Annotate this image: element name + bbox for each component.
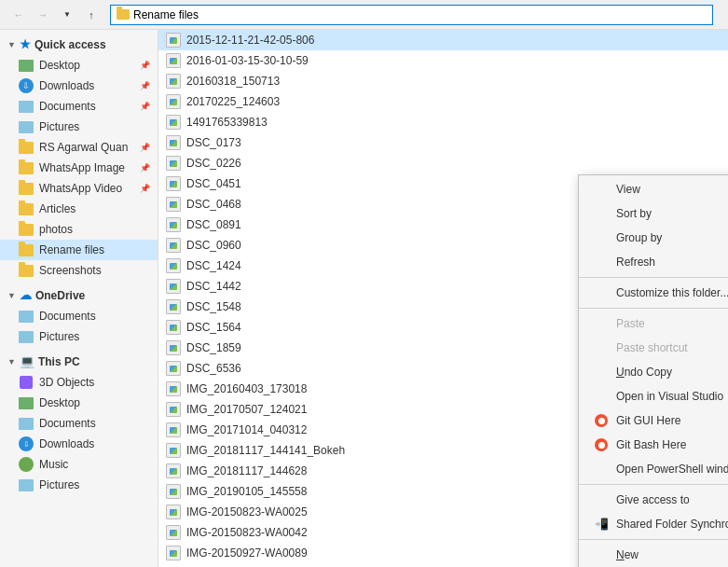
sidebar-item-whatsapp-video[interactable]: WhatsApp Video 📌 [0, 178, 158, 199]
sidebar-item-documents[interactable]: Documents 📌 [0, 96, 158, 117]
sidebar-item-whatsapp-image[interactable]: WhatsApp Image 📌 [0, 158, 158, 178]
file-name: IMG_20160403_173018 [186, 382, 307, 395]
this-pc-header[interactable]: ▼ 💻 This PC [0, 351, 158, 372]
file-icon [166, 299, 181, 314]
quick-access-header[interactable]: ▼ ★ Quick access [0, 34, 158, 55]
git-bash-inner [598, 442, 605, 449]
paste-icon [594, 316, 609, 331]
menu-item-refresh[interactable]: Refresh [579, 250, 728, 274]
menu-item-undo-copy[interactable]: Undo Copy Ctrl+Z [579, 360, 728, 384]
sidebar-item-screenshots[interactable]: Screenshots [0, 260, 158, 281]
sidebar-item-photos-label: photos [39, 223, 73, 236]
file-icon [166, 53, 181, 68]
file-item[interactable]: DSC_0226 [158, 153, 728, 173]
file-icon [166, 546, 181, 560]
sidebar-item-rename-files[interactable]: Rename files [0, 240, 158, 260]
menu-item-customize[interactable]: Customize this folder... [579, 281, 728, 305]
separator-3 [579, 484, 728, 485]
3d-icon-shape [20, 376, 33, 389]
sidebar-item-pictures-label: Pictures [39, 120, 79, 133]
file-name: 20170225_124603 [186, 95, 280, 108]
recent-locations-button[interactable]: ▼ [56, 4, 78, 26]
sidebar-item-pictures[interactable]: Pictures [0, 117, 158, 137]
sidebar-item-this-pc-desktop[interactable]: Desktop [0, 393, 158, 413]
sidebar-item-onedrive-pictures[interactable]: Pictures [0, 326, 158, 347]
shared-folder-icon: 📲 [594, 517, 609, 532]
menu-item-group-by[interactable]: Group by ► [579, 226, 728, 250]
file-item[interactable]: DSC_0173 [158, 132, 728, 153]
git-inner [598, 418, 605, 424]
file-name: DSC_6536 [186, 362, 241, 375]
pin-icon-5: 📌 [140, 163, 150, 173]
back-button[interactable]: ← [7, 4, 30, 26]
sidebar-item-this-pc-downloads[interactable]: ⇩ Downloads [0, 434, 158, 454]
sidebar-item-articles[interactable]: Articles [0, 199, 158, 219]
screenshots-folder-icon [19, 263, 34, 278]
music-icon [19, 457, 34, 472]
pin-icon: 📌 [140, 61, 150, 70]
file-name: DSC_1548 [186, 300, 241, 313]
file-icon [166, 115, 181, 130]
onedrive-pictures-icon [19, 329, 34, 344]
sidebar-item-music[interactable]: Music [0, 454, 158, 475]
file-item[interactable]: 2015-12-11-21-42-05-806 [158, 30, 728, 50]
sidebar-item-this-pc-documents[interactable]: Documents [0, 413, 158, 434]
menu-item-paste-shortcut[interactable]: Paste shortcut [579, 336, 728, 360]
menu-item-shared-folder-label: Shared Folder Synchronization [616, 518, 728, 531]
file-name: 20160318_150713 [186, 75, 280, 88]
sidebar-item-downloads[interactable]: ⇩ Downloads 📌 [0, 76, 158, 96]
shared-icon-shape: 📲 [595, 518, 609, 531]
sidebar-item-3d-objects[interactable]: 3D Objects [0, 372, 158, 393]
menu-item-open-powershell[interactable]: Open PowerShell window here [579, 457, 728, 481]
file-item[interactable]: 20160318_150713 [158, 71, 728, 91]
main-container: ▼ ★ Quick access Desktop 📌 ⇩ Downloads 📌… [0, 30, 728, 567]
file-icon [166, 238, 181, 253]
menu-item-paste-shortcut-label: Paste shortcut [616, 341, 688, 354]
sidebar-item-downloads-label: Downloads [39, 79, 94, 92]
paste-shortcut-icon [594, 340, 609, 355]
sidebar-item-this-pc-pictures[interactable]: Pictures [0, 475, 158, 495]
onedrive-documents-icon [19, 309, 34, 324]
file-icon [166, 217, 181, 232]
file-icon [166, 340, 181, 355]
downloads-folder-icon: ⇩ [19, 78, 34, 93]
downloads-icon-shape: ⇩ [19, 78, 34, 93]
file-name: IMG-20150823-WA0025 [186, 505, 308, 519]
sidebar-item-rs-agarwal-label: RS Agarwal Quan [39, 141, 128, 154]
content-area: 2015-12-11-21-42-05-806 2016-01-03-15-30… [158, 30, 728, 567]
menu-item-paste[interactable]: Paste [579, 311, 728, 336]
file-item[interactable]: 20170225_124603 [158, 91, 728, 112]
file-item[interactable]: 1491765339813 [158, 112, 728, 132]
this-pc-label: This PC [38, 355, 80, 368]
breadcrumb[interactable]: Rename files [110, 5, 713, 25]
file-name: DSC_1442 [186, 280, 241, 293]
menu-item-shared-folder[interactable]: 📲 Shared Folder Synchronization ► [579, 512, 728, 536]
onedrive-header[interactable]: ▼ ☁ OneDrive [0, 284, 158, 306]
menu-item-open-vs[interactable]: Open in Visual Studio [579, 384, 728, 408]
menu-item-git-bash[interactable]: Git Bash Here [579, 433, 728, 457]
sidebar-item-onedrive-documents[interactable]: Documents [0, 306, 158, 326]
menu-item-view[interactable]: View ► [579, 177, 728, 201]
file-name: 2015-12-11-21-42-05-806 [186, 34, 314, 47]
sidebar-item-3d-objects-label: 3D Objects [39, 376, 94, 389]
refresh-icon [594, 255, 609, 270]
file-icon [166, 402, 181, 417]
up-button[interactable]: ↑ [80, 4, 103, 26]
breadcrumb-folder-icon [117, 8, 130, 21]
menu-item-sort-by[interactable]: Sort by ► [579, 201, 728, 226]
menu-item-give-access[interactable]: Give access to ► [579, 488, 728, 512]
file-icon [166, 525, 181, 540]
sidebar-item-desktop[interactable]: Desktop 📌 [0, 55, 158, 76]
sidebar-item-photos[interactable]: photos [0, 219, 158, 240]
file-icon [166, 484, 181, 499]
file-icon [166, 74, 181, 89]
file-name: DSC_1424 [186, 259, 241, 272]
menu-item-new[interactable]: New ► [579, 543, 728, 567]
sidebar-item-rs-agarwal[interactable]: RS Agarwal Quan 📌 [0, 137, 158, 158]
file-name: DSC_0960 [186, 239, 241, 252]
folder-icon-articles [19, 203, 34, 215]
file-item[interactable]: 2016-01-03-15-30-10-59 [158, 50, 728, 71]
menu-item-git-gui[interactable]: Git GUI Here [579, 408, 728, 433]
file-icon [166, 156, 181, 171]
forward-button[interactable]: → [32, 4, 54, 26]
